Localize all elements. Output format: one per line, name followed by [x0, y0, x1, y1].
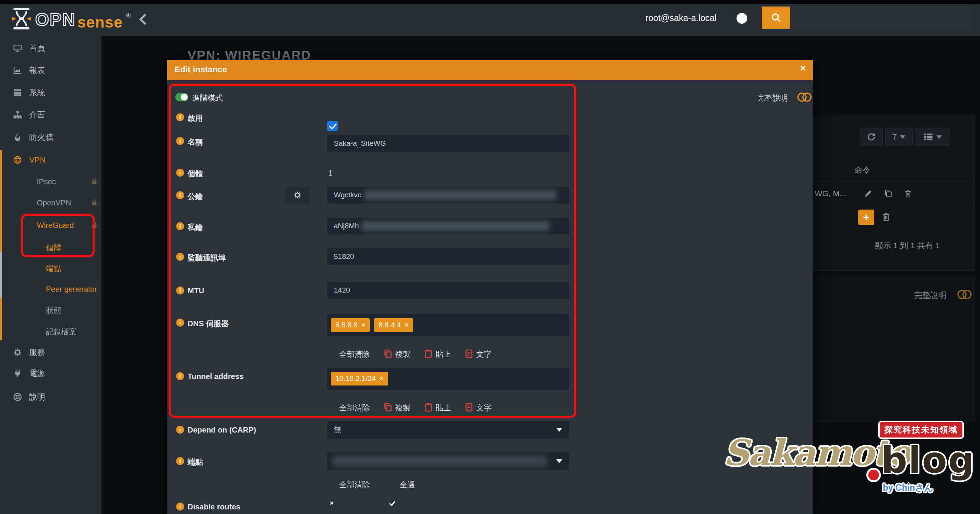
annotation-rect-form: [169, 84, 576, 418]
sidebar-item-label: 狀態: [46, 305, 61, 316]
plug-icon: [13, 369, 22, 378]
sidebar-item-label: 首頁: [29, 43, 45, 54]
depend-on-carp-value: 無: [334, 425, 341, 435]
server-icon: [13, 88, 22, 97]
opnsense-app: OPN sense ® root@saka-a.local 首頁 報表 系統 介…: [0, 0, 980, 514]
info-icon[interactable]: i: [176, 426, 184, 434]
sidebar-item-label: 防火牆: [29, 132, 53, 143]
sidebar-item-label: IPsec: [37, 177, 56, 186]
caret-down-icon: [556, 428, 562, 432]
sidebar-item-power[interactable]: 電源: [0, 366, 101, 381]
life-ring-icon: [13, 392, 22, 402]
info-icon[interactable]: i: [176, 503, 184, 511]
modal-title: Edit instance: [175, 65, 227, 75]
search-bar: [761, 6, 972, 29]
lock-icon: [90, 178, 98, 185]
table-divider: [815, 183, 974, 183]
disable-routes-label: Disable routes: [188, 503, 240, 511]
background-full-help-label: 完整說明: [914, 290, 946, 301]
search-icon: [771, 12, 781, 23]
brand-opn-text[interactable]: OPN: [35, 9, 76, 30]
sidebar-item-label: 系統: [29, 87, 45, 98]
sidebar-item-label: 服務: [29, 347, 45, 358]
full-help-label: 完整說明: [757, 93, 788, 103]
logged-in-user[interactable]: root@saka-a.local: [645, 13, 717, 23]
depend-on-carp-select[interactable]: 無: [327, 421, 569, 439]
lock-icon: [90, 199, 98, 207]
sidebar-item-system[interactable]: 系統: [0, 85, 101, 100]
table-row-text: WG, M...: [815, 189, 846, 198]
brand-sense-text[interactable]: sense: [77, 14, 122, 31]
pagination-summary: 顯示 1 到 1 共有 1: [875, 240, 940, 251]
sidebar-item-label: 電源: [29, 368, 45, 379]
caret-down-icon: [556, 459, 562, 463]
toggle-off-icon[interactable]: [956, 289, 973, 300]
sidebar-item-label: OpenVPN: [37, 198, 71, 207]
plus-icon: +: [863, 211, 870, 224]
sidebar-item-label: 介面: [29, 109, 45, 120]
refresh-button[interactable]: [860, 128, 883, 146]
sitemap-icon: [13, 110, 22, 119]
sidebar-item-label: 端點: [46, 264, 61, 274]
sidebar-item-help[interactable]: 說明: [0, 389, 101, 405]
watermark-badge: 探究科技未知領域: [880, 422, 962, 438]
delete-selected-icon[interactable]: [881, 212, 891, 222]
sidebar-item-ipsec[interactable]: IPsec: [0, 175, 101, 190]
sidebar-item-vpn[interactable]: VPN: [0, 152, 101, 168]
search-button[interactable]: [762, 7, 790, 29]
edit-pencil-icon[interactable]: [864, 189, 873, 198]
toggle-off-icon[interactable]: [796, 92, 813, 102]
fire-icon: [13, 133, 22, 142]
sidebar-item-label: VPN: [29, 155, 46, 164]
sidebar-item-interfaces[interactable]: 介面: [0, 107, 101, 122]
close-icon[interactable]: ×: [800, 62, 806, 74]
clear-all-label[interactable]: 全部清除: [339, 480, 370, 490]
info-icon[interactable]: i: [176, 457, 184, 465]
modal-header: [167, 60, 813, 80]
sidebar-item-endpoints[interactable]: 端點: [0, 261, 101, 276]
delete-row-icon[interactable]: [903, 189, 913, 198]
sidebar-item-services[interactable]: 服務: [0, 345, 101, 360]
copy-row-icon[interactable]: [884, 189, 893, 198]
registered-mark: ®: [126, 12, 131, 19]
watermark: Sakamoto blog 探究科技未知領域 by Chinさん: [716, 421, 976, 505]
rows-per-page-dropdown[interactable]: 7: [885, 128, 913, 146]
opnsense-logo-icon[interactable]: [11, 8, 31, 30]
sidebar-item-label: 說明: [29, 392, 45, 402]
sidebar-item-label: Peer generator: [46, 285, 97, 294]
sidebar-item-status[interactable]: 狀態: [0, 303, 101, 318]
sidebar-item-openvpn[interactable]: OpenVPN: [0, 196, 101, 211]
sidebar-item-home[interactable]: 首頁: [0, 41, 101, 56]
caret-down-icon: [900, 135, 905, 139]
column-selector-dropdown[interactable]: [915, 128, 950, 146]
desktop-icon: [13, 44, 22, 53]
sidebar-item-label: 記錄檔案: [46, 327, 77, 337]
search-input[interactable]: [795, 9, 965, 26]
globe-icon: [13, 155, 22, 164]
endpoints-label: 端點: [188, 457, 203, 467]
depend-on-carp-label: Depend on (CARP): [188, 426, 256, 434]
add-button[interactable]: +: [858, 210, 874, 225]
columns-icon: [923, 132, 933, 142]
watermark-tld: blog: [881, 439, 975, 481]
command-column-header: 命令: [854, 165, 871, 176]
gear-icon: [13, 348, 22, 357]
endpoints-redacted-blur: [332, 456, 547, 467]
watermark-byline: by Chinさん: [883, 482, 933, 494]
rows-per-page-value: 7: [892, 132, 897, 142]
refresh-icon: [866, 132, 876, 142]
top-strip: [0, 0, 980, 4]
annotation-rect-sidebar: [21, 214, 95, 257]
caret-down-icon: [936, 135, 942, 139]
status-dot[interactable]: [737, 13, 747, 24]
sidebar-item-logs[interactable]: 記錄檔案: [0, 324, 101, 339]
sidebar-item-label: 報表: [29, 65, 45, 76]
area-chart-icon: [13, 66, 22, 75]
table-divider: [815, 205, 974, 205]
select-all-label[interactable]: 全選: [400, 480, 415, 490]
watermark-dot: [868, 470, 879, 480]
sidebar-item-peer-generator[interactable]: Peer generator: [0, 282, 101, 298]
sidebar-item-firewall[interactable]: 防火牆: [0, 130, 101, 145]
sidebar-item-reports[interactable]: 報表: [0, 63, 101, 78]
